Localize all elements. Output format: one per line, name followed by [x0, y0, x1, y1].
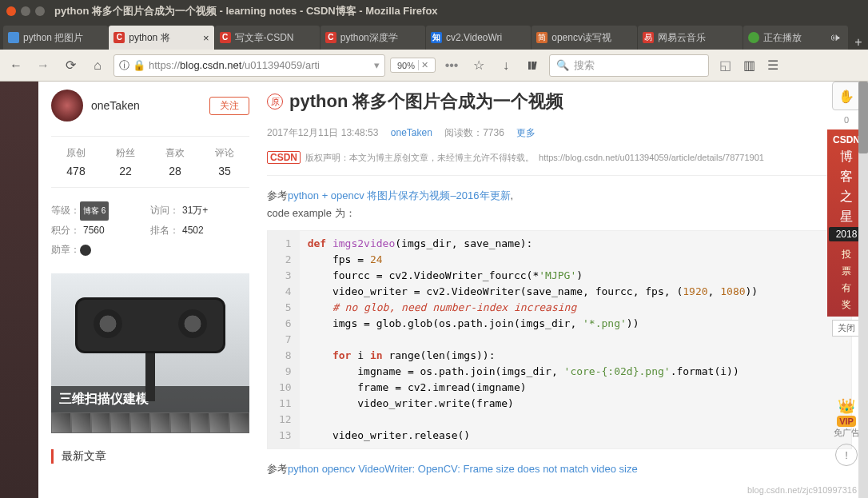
sidebar-ad[interactable]: 三维扫描仪建模	[51, 273, 249, 433]
article-main: 原 python 将多个图片合成为一个视频 2017年12月11日 13:48:…	[262, 82, 868, 498]
back-button[interactable]: ←	[5, 54, 27, 77]
browser-tab[interactable]: 简opencv读写视	[532, 26, 636, 50]
download-button[interactable]: ↓	[495, 54, 517, 77]
reference-link-2[interactable]: python opencv VideoWriter: OpenCV: Frame…	[288, 463, 638, 475]
toolbar: ← → ⟳ ⌂ ⓘ 🔒 https://blog.csdn.net/u01139…	[0, 50, 868, 82]
page-action-icon[interactable]: •••	[440, 54, 463, 77]
zoom-indicator[interactable]: 90%✕	[390, 58, 436, 73]
extension-icon[interactable]: ◱	[714, 54, 736, 77]
close-window-button[interactable]	[6, 6, 16, 16]
browser-tab[interactable]: python 把图片	[3, 26, 108, 50]
sidebar-button[interactable]: ▥	[738, 54, 760, 77]
extension-popup-icon[interactable]: ✋	[832, 82, 861, 110]
browser-tab[interactable]: C写文章-CSDN	[215, 26, 320, 50]
reload-button[interactable]: ⟳	[59, 54, 82, 77]
window-title-bar: python 将多个图片合成为一个视频 - learning notes - C…	[0, 0, 868, 22]
forward-button[interactable]: →	[32, 54, 54, 77]
stat-likes[interactable]: 喜欢28	[150, 146, 200, 177]
lock-icon: 🔒	[133, 59, 145, 71]
code-content: def imgs2video(imgs_dir, save_name): fps…	[300, 231, 766, 448]
blog-sidebar: oneTaken 关注 原创478 粉丝22 喜欢28 评论35 等级：博客 6…	[38, 82, 262, 498]
window-title: python 将多个图片合成为一个视频 - learning notes - C…	[54, 4, 438, 18]
line-numbers: 12345678910111213	[268, 231, 300, 448]
article-date: 2017年12月11日 13:48:53	[267, 127, 378, 138]
unity-launcher[interactable]	[0, 82, 38, 498]
article-author-link[interactable]: oneTaken	[391, 127, 432, 138]
article-title: python 将多个图片合成为一个视频	[289, 90, 563, 114]
follow-button[interactable]: 关注	[209, 97, 249, 115]
library-button[interactable]	[522, 54, 544, 77]
search-field[interactable]: 🔍搜索	[549, 54, 709, 77]
maximize-window-button[interactable]	[35, 6, 45, 16]
tab-strip: python 把图片 Cpython 将× C写文章-CSDN Cpython深…	[0, 22, 868, 50]
stat-comments[interactable]: 评论35	[200, 146, 249, 177]
info-icon[interactable]: ⓘ	[119, 58, 129, 73]
speaker-icon[interactable]: 🕪	[830, 32, 840, 43]
star-button[interactable]: ☆	[468, 54, 490, 77]
browser-tab[interactable]: Cpython 将×	[109, 26, 213, 50]
level-badge: 博客 6	[80, 201, 109, 221]
latest-articles-header: 最新文章	[51, 449, 249, 464]
home-button[interactable]: ⌂	[86, 54, 109, 77]
author-name[interactable]: oneTaken	[91, 99, 201, 112]
watermark: blog.csdn.net/zjc910997316	[747, 485, 857, 495]
menu-button[interactable]: ☰	[762, 54, 784, 77]
author-stats: 原创478 粉丝22 喜欢28 评论35	[51, 136, 249, 188]
scrollbar-thumb[interactable]	[858, 82, 868, 153]
more-link[interactable]: 更多	[516, 127, 536, 138]
stat-original[interactable]: 原创478	[51, 146, 101, 177]
reference-link[interactable]: python + opencv 将图片保存为视频–2016年更新	[288, 189, 511, 201]
url-field[interactable]: ⓘ 🔒 https://blog.csdn.net/u011394059/art…	[113, 54, 385, 77]
stat-fans[interactable]: 粉丝22	[101, 146, 150, 177]
search-icon: 🔍	[556, 59, 569, 71]
info-circle-icon[interactable]: !	[835, 444, 858, 466]
author-meta: 等级：博客 6 访问：31万+ 积分：7560 排名：4502 勋章：	[51, 201, 249, 259]
browser-tab[interactable]: 正在播放🕪	[743, 26, 848, 50]
medal-icon	[80, 245, 91, 256]
csdn-badge: CSDN	[267, 151, 301, 164]
browser-tab[interactable]: Cpython深度学	[321, 26, 425, 50]
window-controls	[6, 6, 45, 16]
browser-tab[interactable]: 知cv2.VideoWri	[426, 26, 531, 50]
minimize-window-button[interactable]	[21, 6, 30, 16]
url-dropdown-icon[interactable]: ▾	[374, 59, 380, 71]
new-tab-button[interactable]: +	[849, 35, 868, 50]
close-ad-button[interactable]: 关闭	[832, 320, 861, 337]
code-block: 12345678910111213 def imgs2video(imgs_di…	[267, 230, 852, 449]
original-badge: 原	[267, 94, 283, 110]
browser-tab[interactable]: 易网易云音乐	[638, 26, 743, 50]
avatar[interactable]	[51, 90, 83, 122]
svg-rect-0	[528, 62, 531, 70]
close-tab-icon[interactable]: ×	[203, 32, 209, 44]
